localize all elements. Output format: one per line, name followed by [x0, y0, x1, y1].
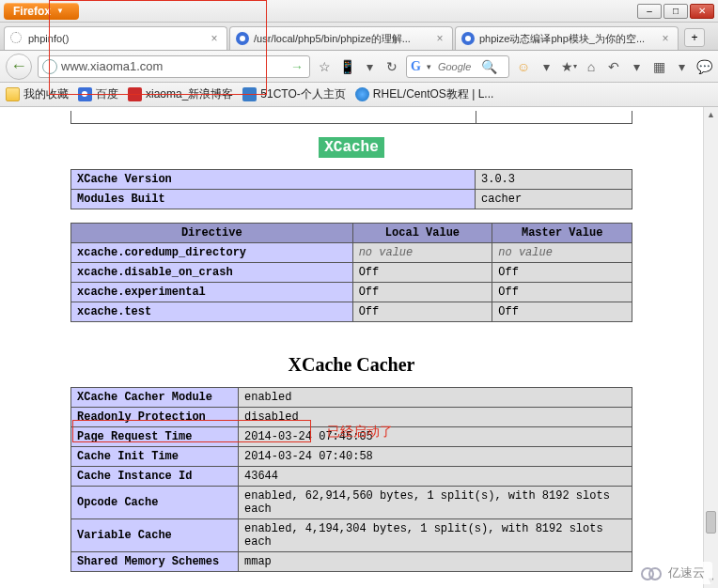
dropdown-icon: ▼: [56, 7, 64, 15]
tab-phpize-doc[interactable]: /usr/local/php5/bin/phpize的理解... ×: [229, 26, 453, 50]
bookmark-star-icon[interactable]: ☆: [316, 58, 333, 75]
search-engine-dropdown-icon[interactable]: ▾: [421, 58, 438, 75]
dropdown-icon[interactable]: ▾: [538, 58, 554, 75]
bookmarks-menu-icon[interactable]: ★▾: [560, 58, 577, 75]
tab-close-icon[interactable]: ×: [433, 32, 446, 45]
tab-title: phpize动态编译php模块_为你的空...: [479, 32, 655, 46]
bookmark-rhel[interactable]: RHEL/CentOS教程 | L...: [355, 86, 494, 102]
folder-icon: [6, 87, 20, 101]
baidu-icon: [461, 32, 475, 45]
dropdown-icon[interactable]: ▾: [673, 58, 690, 75]
scroll-up-icon[interactable]: ▲: [704, 107, 718, 122]
table-row: Cache Instance Id43644: [71, 467, 632, 487]
table-row: XCache Cacher Moduleenabled: [71, 388, 632, 408]
baidu-icon: [78, 87, 92, 101]
window-titlebar: Firefox ▼ – □ ✕: [0, 0, 718, 23]
undo-icon[interactable]: ↶: [605, 58, 622, 75]
bookmark-xiaoma[interactable]: xiaoma_新浪博客: [128, 86, 233, 102]
site-icon: [128, 87, 142, 101]
search-box[interactable]: G ▾ 🔍: [406, 55, 509, 78]
google-icon: G: [411, 59, 421, 74]
magnify-icon[interactable]: 🔍: [481, 58, 498, 75]
watermark-text: 亿速云: [668, 565, 705, 581]
annotation-text: 已经启动了: [327, 424, 393, 441]
mobile-icon[interactable]: 📱: [338, 58, 355, 75]
bookmark-favorites[interactable]: 我的收藏: [6, 86, 69, 102]
tab-bar: phpinfo() × /usr/local/php5/bin/phpize的理…: [0, 23, 718, 51]
table-row: Opcode Cacheenabled, 62,914,560 bytes, 1…: [71, 487, 632, 519]
table-header-row: Directive Local Value Master Value: [71, 224, 632, 243]
history-dropdown-icon[interactable]: ▾: [361, 58, 378, 75]
table-row: xcache.coredump_directoryno valueno valu…: [71, 243, 632, 263]
xcache-directives-table: Directive Local Value Master Value xcach…: [70, 223, 632, 322]
url-bar[interactable]: →: [38, 55, 310, 78]
home-icon[interactable]: ⌂: [583, 58, 600, 75]
page-content: XCache XCache Version3.0.3 Modules Built…: [0, 107, 703, 588]
watermark: 亿速云: [633, 562, 712, 584]
bookmarks-toolbar: 我的收藏 百度 xiaoma_新浪博客 51CTO-个人主页 RHEL/Cent…: [0, 83, 718, 107]
xcache-cacher-heading: XCache Cacher: [0, 354, 703, 376]
new-tab-button[interactable]: +: [684, 28, 705, 47]
vertical-scrollbar[interactable]: ▲ ▼: [703, 107, 718, 588]
go-icon[interactable]: →: [290, 59, 304, 74]
site-icon: [242, 87, 257, 101]
watermark-logo-icon: [641, 566, 663, 580]
back-button[interactable]: ←: [6, 54, 32, 80]
url-input[interactable]: [61, 59, 289, 73]
minimize-button[interactable]: –: [637, 4, 662, 19]
smiley-icon[interactable]: ☺: [515, 58, 532, 75]
bookmark-baidu[interactable]: 百度: [78, 86, 118, 102]
table-row: Cache Init Time2014-03-24 07:40:58: [71, 447, 632, 467]
tab-title: phpinfo(): [28, 33, 204, 44]
reload-icon[interactable]: ↻: [383, 58, 400, 75]
feedback-icon[interactable]: 💬: [695, 58, 712, 75]
firefox-label: Firefox: [13, 5, 51, 18]
tab-phpize-module[interactable]: phpize动态编译php模块_为你的空... ×: [455, 26, 679, 50]
tab-close-icon[interactable]: ×: [659, 32, 672, 45]
tab-close-icon[interactable]: ×: [208, 32, 221, 45]
table-row: xcache.testOffOff: [71, 302, 632, 322]
tab-title: /usr/local/php5/bin/phpize的理解...: [254, 32, 429, 46]
table-row: XCache Version3.0.3: [71, 170, 632, 190]
loading-icon: [10, 32, 23, 45]
table-row: Modules Builtcacher: [71, 190, 632, 209]
table-row: Shared Memory Schemesmmap: [71, 552, 632, 572]
globe-icon: [42, 59, 57, 74]
tab-groups-icon[interactable]: ▦: [650, 58, 667, 75]
site-icon: [355, 87, 369, 101]
maximize-button[interactable]: □: [663, 4, 688, 19]
firefox-menu-button[interactable]: Firefox ▼: [4, 3, 79, 20]
baidu-icon: [236, 32, 249, 45]
table-row: Variable Cacheenabled, 4,194,304 bytes, …: [71, 519, 632, 552]
dropdown-icon[interactable]: ▾: [628, 58, 645, 75]
table-row: xcache.experimentalOffOff: [71, 283, 632, 302]
scroll-thumb[interactable]: [706, 511, 716, 534]
xcache-version-table: XCache Version3.0.3 Modules Builtcacher: [70, 169, 632, 209]
bookmark-51cto[interactable]: 51CTO-个人主页: [242, 86, 345, 102]
table-row: xcache.disable_on_crashOffOff: [71, 263, 632, 283]
search-input[interactable]: [438, 61, 481, 72]
partial-table-bottom: [70, 111, 632, 124]
tab-phpinfo[interactable]: phpinfo() ×: [4, 26, 227, 50]
navigation-toolbar: ← → ☆ 📱 ▾ ↻ G ▾ 🔍 ☺ ▾ ★▾ ⌂ ↶ ▾ ▦ ▾ 💬: [0, 51, 718, 83]
close-button[interactable]: ✕: [690, 4, 714, 19]
xcache-cacher-table: XCache Cacher Moduleenabled Readonly Pro…: [70, 387, 632, 572]
xcache-section-header: XCache: [0, 139, 703, 156]
